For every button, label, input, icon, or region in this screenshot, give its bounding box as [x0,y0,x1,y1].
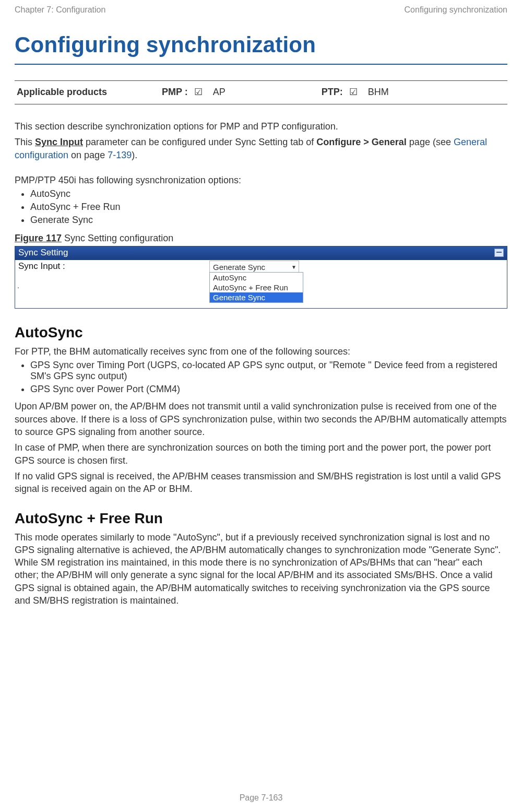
applicable-products-row: Applicable products PMP : ☑ AP PTP: ☑ BH… [15,80,507,104]
header-right: Configuring synchronization [405,5,507,15]
autosync-p4: If no valid GPS signal is received, the … [15,470,507,496]
page-footer: Page 7-163 [0,793,522,803]
sync-panel-title: Sync Setting [18,248,68,258]
list-item: GPS Sync over Timing Port (UGPS, co-loca… [30,360,507,382]
pmp-label: PMP : [162,87,188,98]
ptp-label: PTP: [322,87,343,98]
sync-input-term: Sync Input [35,137,83,147]
minimize-icon[interactable] [494,249,504,257]
freerun-p1: This mode operates similarly to mode "Au… [15,531,507,607]
options-list: AutoSync AutoSync + Free Run Generate Sy… [15,189,507,226]
options-lead: PMP/PTP 450i has following sysnchronizat… [15,174,507,186]
autosync-list: GPS Sync over Timing Port (UGPS, co-loca… [15,360,507,395]
pmp-value: AP [209,87,317,98]
dropdown-option[interactable]: AutoSync + Free Run [210,283,303,292]
page-title: Configuring synchronization [15,32,507,57]
title-rule [15,64,507,65]
page-number: Page 7-163 [240,793,283,802]
configure-general-term: Configure > General [316,137,407,147]
pmp-checkbox-icon: ☑ [192,86,205,98]
autosync-p3: In case of PMP, when there are synchroni… [15,441,507,467]
dropdown-option[interactable]: AutoSync [210,273,303,283]
list-item: AutoSync + Free Run [30,202,507,213]
autosync-p2: Upon AP/BM power on, the AP/BHM does not… [15,400,507,438]
sync-input-selected: Generate Sync [213,263,265,272]
list-item: AutoSync [30,189,507,199]
intro-paragraph-1: This section describe synchronization op… [15,120,507,133]
page-ref-link[interactable]: 7-139 [108,150,132,160]
list-item: Generate Sync [30,215,507,226]
applicable-products-label: Applicable products [17,87,158,98]
sync-input-dropdown[interactable]: AutoSync AutoSync + Free Run Generate Sy… [209,272,303,303]
list-item: GPS Sync over Power Port (CMM4) [30,384,507,395]
autosync-heading: AutoSync [15,324,507,341]
dot-icon: · [17,283,19,291]
sync-input-label: Sync Input : [18,261,65,271]
page-header: Chapter 7: Configuration Configuring syn… [15,5,507,15]
sync-setting-panel: Sync Setting Sync Input : · Generate Syn… [15,246,507,309]
chevron-down-icon: ▼ [291,264,296,270]
ptp-value: BHM [364,87,389,98]
ptp-checkbox-icon: ☑ [347,86,360,98]
figure-caption: Figure 117 Sync Setting configuration [15,233,507,244]
sync-panel-header: Sync Setting [15,246,507,260]
autosync-p1: For PTP, the BHM automatically receives … [15,345,507,358]
figure-number: Figure 117 [15,233,62,243]
freerun-heading: AutoSync + Free Run [15,510,507,527]
header-left: Chapter 7: Configuration [15,5,105,15]
dropdown-option-selected[interactable]: Generate Sync [210,292,303,302]
sync-input-select[interactable]: Generate Sync ▼ [209,261,299,273]
intro-paragraph-2: This Sync Input parameter can be configu… [15,136,507,161]
